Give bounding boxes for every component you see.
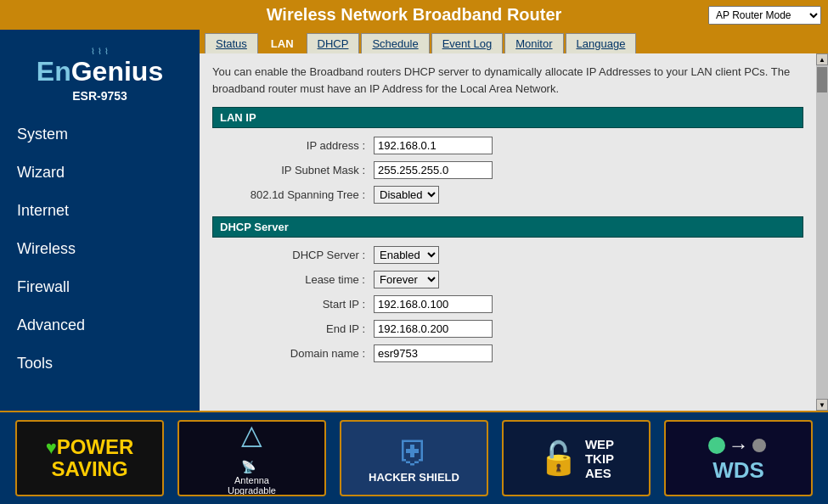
power-saving-text: ♥POWER SAVING [46, 436, 134, 481]
subnet-mask-label: IP Subnet Mask : [238, 164, 374, 176]
antenna-label: AntennaUpgradable [228, 475, 276, 496]
model-number: ESR-9753 [0, 89, 200, 103]
end-ip-input[interactable] [374, 320, 493, 338]
spanning-tree-label: 802.1d Spanning Tree : [238, 188, 374, 201]
lease-time-label: Lease time : [238, 273, 374, 286]
security-labels: WEP TKIP AES [585, 437, 614, 480]
aes-label: AES [585, 466, 614, 480]
tab-schedule[interactable]: Schedule [361, 33, 429, 53]
domain-name-input[interactable] [374, 344, 493, 362]
sidebar-item-advanced[interactable]: Advanced [0, 306, 200, 344]
lease-time-select[interactable]: Forever 1 hour 24 hours [374, 271, 439, 288]
banner-antenna: △📡 AntennaUpgradable [177, 420, 326, 496]
tab-status[interactable]: Status [205, 33, 258, 53]
logo-area: ⌇ ⌇ ⌇ EnGenius ESR-9753 [0, 38, 200, 115]
sidebar-item-firewall[interactable]: Firewall [0, 268, 200, 306]
tab-language[interactable]: Language [566, 33, 637, 53]
dhcp-server-label: DHCP Server : [238, 249, 374, 261]
top-bar: Wireless Network Broadband Router AP Rou… [0, 0, 828, 30]
ip-address-row: IP address : [238, 137, 803, 154]
banner-security: 🔓 WEP TKIP AES [502, 420, 651, 496]
tab-bar: Status LAN DHCP Schedule Event Log Monit… [200, 30, 828, 53]
ip-address-input[interactable] [374, 137, 493, 154]
scroll-up-arrow[interactable]: ▲ [816, 53, 828, 65]
subnet-mask-row: IP Subnet Mask : [238, 161, 803, 179]
end-ip-label: End IP : [238, 322, 374, 335]
shield-content: ⛨ HACKER SHIELD [341, 422, 487, 495]
ip-address-label: IP address : [238, 139, 374, 152]
domain-name-row: Domain name : [238, 344, 803, 362]
wds-dot2 [752, 439, 766, 452]
subnet-mask-input[interactable] [374, 161, 493, 179]
lan-ip-form: IP address : IP Subnet Mask : 802.1d Spa… [238, 137, 803, 204]
shield-icon: ⛨ [397, 433, 431, 471]
lock-icon: 🔓 [538, 440, 578, 477]
tab-monitor[interactable]: Monitor [504, 33, 563, 53]
wds-arrow-icon: → [729, 434, 749, 457]
dhcp-server-row: DHCP Server : Enabled Disabled [238, 246, 803, 264]
wds-content: → WDS [666, 422, 811, 495]
lease-time-row: Lease time : Forever 1 hour 24 hours [238, 271, 803, 288]
main-content: Status LAN DHCP Schedule Event Log Monit… [200, 30, 828, 411]
sidebar-item-wizard[interactable]: Wizard [0, 154, 200, 192]
banner-power-saving: ♥POWER SAVING [15, 420, 164, 496]
mode-dropdown[interactable]: AP Router Mode Access Point Mode [708, 6, 821, 25]
scrollbar[interactable]: ▲ ▼ [816, 53, 828, 411]
wds-label: WDS [713, 457, 764, 484]
dhcp-form: DHCP Server : Enabled Disabled Lease tim… [238, 246, 803, 362]
mode-selector[interactable]: AP Router Mode Access Point Mode [708, 6, 821, 25]
start-ip-label: Start IP : [238, 298, 374, 311]
tab-dhcp[interactable]: DHCP [307, 33, 360, 53]
banner-wds: → WDS [664, 420, 813, 496]
content-area: ⌇ ⌇ ⌇ EnGenius ESR-9753 System Wizard In… [0, 30, 828, 411]
main-wrapper: You can enable the Broadband routers DHC… [200, 53, 828, 411]
wep-label: WEP [585, 437, 614, 451]
banner-hacker-shield: ⛨ HACKER SHIELD [340, 420, 488, 496]
start-ip-row: Start IP : [238, 295, 803, 313]
wds-graphic: → [708, 434, 769, 457]
security-content: 🔓 WEP TKIP AES [504, 422, 649, 495]
power-saving-content: ♥POWER SAVING [17, 422, 162, 495]
power-leaf-icon: ♥ [46, 437, 57, 458]
power-label-top: POWER [57, 435, 134, 458]
dhcp-section-header: DHCP Server [212, 216, 803, 238]
spanning-tree-row: 802.1d Spanning Tree : Disabled Enabled [238, 186, 803, 204]
bottom-banner: ♥POWER SAVING △📡 AntennaUpgradable ⛨ HAC… [0, 411, 828, 504]
page-description: You can enable the Broadband routers DHC… [212, 64, 803, 97]
scroll-down-arrow[interactable]: ▼ [816, 399, 828, 411]
domain-name-label: Domain name : [238, 347, 374, 360]
lan-ip-section-header: LAN IP [212, 107, 803, 128]
antenna-icon: △📡 [241, 421, 262, 475]
sidebar-item-internet[interactable]: Internet [0, 192, 200, 230]
shield-label: HACKER SHIELD [369, 471, 459, 484]
tab-lan[interactable]: LAN [260, 33, 305, 53]
start-ip-input[interactable] [374, 295, 493, 313]
sidebar-item-wireless[interactable]: Wireless [0, 230, 200, 268]
page-content-wrapper: You can enable the Broadband routers DHC… [200, 53, 816, 411]
wds-dot1 [708, 437, 725, 454]
sidebar: ⌇ ⌇ ⌇ EnGenius ESR-9753 System Wizard In… [0, 30, 200, 411]
dhcp-server-select[interactable]: Enabled Disabled [374, 246, 439, 264]
antenna-content: △📡 AntennaUpgradable [179, 422, 324, 495]
page-content: You can enable the Broadband routers DHC… [200, 53, 816, 385]
sidebar-item-system[interactable]: System [0, 115, 200, 154]
sidebar-item-tools[interactable]: Tools [0, 344, 200, 383]
brand-logo: EnGenius [0, 56, 200, 87]
page-title: Wireless Network Broadband Router [8, 5, 820, 25]
scroll-thumb[interactable] [817, 67, 827, 92]
tab-eventlog[interactable]: Event Log [431, 33, 504, 53]
power-label-bottom: SAVING [51, 457, 127, 480]
tkip-label: TKIP [585, 451, 614, 466]
spanning-tree-select[interactable]: Disabled Enabled [374, 186, 439, 204]
end-ip-row: End IP : [238, 320, 803, 338]
sidebar-nav: System Wizard Internet Wireless Firewall… [0, 115, 200, 383]
